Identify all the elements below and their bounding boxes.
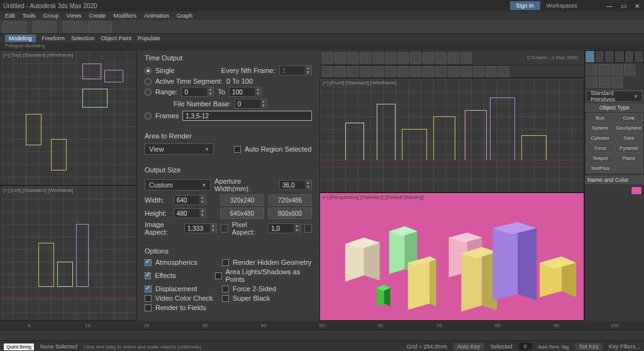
rtool2-3[interactable]	[347, 66, 358, 77]
tool-redo[interactable]	[15, 21, 26, 33]
rtool2-1[interactable]	[322, 66, 333, 77]
color-swatch[interactable]	[631, 186, 642, 195]
spin-pa[interactable]	[269, 225, 294, 232]
menu-create[interactable]: Create	[89, 13, 106, 19]
tab-display[interactable]	[625, 50, 635, 63]
chk-atm[interactable]	[145, 259, 152, 266]
radio-segment[interactable]	[145, 78, 152, 85]
rtool2-6[interactable]	[385, 66, 396, 77]
btn-plane[interactable]: Plane	[615, 153, 643, 163]
tool-undo[interactable]	[3, 21, 14, 33]
rtool2-14[interactable]	[486, 66, 497, 77]
tab-utils[interactable]	[634, 50, 644, 63]
cat-lights[interactable]	[611, 64, 623, 75]
menu-graph[interactable]: Graph	[177, 13, 192, 19]
rtool2-11[interactable]	[448, 66, 459, 77]
rtool2-15[interactable]	[498, 66, 509, 77]
btn-pyramid[interactable]: Pyramid	[615, 143, 643, 153]
chk-f2s[interactable]	[222, 286, 229, 292]
dd-stdprim[interactable]: Standard Primitives▼	[586, 91, 643, 102]
radio-range[interactable]	[145, 89, 152, 96]
cat-helpers[interactable]	[586, 77, 597, 88]
rtool-1[interactable]	[322, 52, 333, 64]
rtool2-10[interactable]	[435, 66, 447, 77]
cat-shapes[interactable]	[599, 64, 610, 75]
btn-sphere[interactable]: Sphere	[586, 123, 614, 133]
spin-height[interactable]	[174, 210, 199, 217]
selected-lbl[interactable]: Selected	[491, 343, 513, 350]
btn-cone[interactable]: Cone	[615, 113, 643, 123]
btn-tube[interactable]: Tube	[615, 133, 643, 143]
rtool2-13[interactable]	[473, 66, 484, 77]
radio-frames[interactable]	[145, 113, 152, 120]
setkey-btn[interactable]: Set Key	[575, 343, 602, 350]
lock-pa-icon[interactable]	[304, 224, 312, 233]
rtool-12[interactable]	[460, 52, 472, 64]
ribbon-selection[interactable]: Selection	[71, 35, 94, 42]
tool-unlink[interactable]	[45, 21, 57, 33]
tool-rotate[interactable]	[88, 21, 99, 33]
trackbar[interactable]	[0, 330, 644, 341]
tool-select[interactable]	[63, 21, 74, 33]
frame-spin[interactable]: 0	[519, 343, 532, 350]
rtool2-4[interactable]	[360, 66, 371, 77]
tool-scale[interactable]	[101, 21, 112, 33]
roll-objtype[interactable]: Object Type	[585, 103, 644, 112]
timetag[interactable]: Add Time Tag	[538, 344, 569, 350]
spin-range-from[interactable]	[182, 89, 207, 96]
menu-views[interactable]: Views	[67, 13, 82, 19]
spin-ia[interactable]	[185, 225, 210, 232]
rtool-3[interactable]	[347, 52, 358, 64]
rtool2-12[interactable]	[460, 66, 472, 77]
rtool-8[interactable]	[410, 52, 421, 64]
rtool-5[interactable]	[372, 52, 384, 64]
close-button[interactable]: ✕	[630, 3, 644, 9]
spin-aperture[interactable]	[280, 182, 305, 189]
rtool-2[interactable]	[335, 52, 346, 64]
lock-ia-icon[interactable]	[221, 224, 228, 233]
tool-move[interactable]	[75, 21, 87, 33]
viewport-perspective[interactable]: [+] [Perspective] [Standard] [Default Sh…	[319, 192, 584, 321]
rtool2-2[interactable]	[335, 66, 346, 77]
timeline[interactable]: 0102030405060708090100	[0, 321, 644, 330]
menu-animation[interactable]: Animation	[144, 13, 169, 19]
chk-dis[interactable]	[145, 286, 152, 292]
rtool-4[interactable]	[360, 52, 371, 64]
chk-auto-region[interactable]	[234, 146, 241, 153]
chk-als[interactable]	[215, 272, 221, 279]
keyfilters-btn[interactable]: Key Filters...	[609, 343, 640, 350]
btn-box[interactable]: Box	[586, 113, 614, 123]
ribbon-modeling[interactable]: Modeling	[5, 35, 36, 42]
spin-fnb[interactable]	[235, 101, 260, 108]
btn-torus[interactable]: Torus	[586, 143, 614, 153]
menu-tools[interactable]: Tools	[23, 13, 36, 19]
menu-edit[interactable]: Edit	[5, 13, 15, 19]
tab-motion[interactable]	[614, 50, 625, 63]
ribbon-populate[interactable]: Populate	[138, 35, 160, 42]
dd-size-preset[interactable]: Custom▼	[145, 179, 211, 191]
tool-link[interactable]	[33, 21, 44, 33]
menu-modifiers[interactable]: Modifiers	[113, 13, 136, 19]
tab-create[interactable]	[585, 50, 595, 63]
cat-systems[interactable]	[611, 77, 623, 88]
menu-group[interactable]: Group	[43, 13, 59, 19]
preset-800[interactable]: 800x600	[268, 208, 312, 219]
workspaces-label[interactable]: Workspaces	[547, 3, 577, 9]
rtool-10[interactable]	[435, 52, 447, 64]
spin-nth[interactable]	[280, 67, 305, 74]
viewport-left[interactable]: [+] [Left] [Standard] [Wireframe]	[0, 186, 137, 321]
rtool-9[interactable]	[423, 52, 434, 64]
chk-rtf[interactable]	[145, 304, 152, 311]
input-frames[interactable]	[182, 111, 312, 121]
viewport-top[interactable]: [+] [Top] [Standard] [Wireframe]	[0, 50, 137, 186]
spin-width[interactable]	[174, 197, 199, 204]
rtool2-7[interactable]	[397, 66, 409, 77]
chk-eff[interactable]	[145, 272, 151, 279]
dd-area-view[interactable]: View▼	[145, 143, 214, 155]
ribbon-objectpaint[interactable]: Object Paint	[101, 35, 131, 42]
viewport-front[interactable]: [+] [Front] [Standard] [Wireframe]	[319, 78, 584, 192]
autokey-btn[interactable]: Auto Key	[453, 343, 484, 350]
rtool2-5[interactable]	[372, 66, 384, 77]
roll-nameclr[interactable]: Name and Color	[585, 176, 644, 184]
chk-vcc[interactable]	[145, 295, 152, 302]
